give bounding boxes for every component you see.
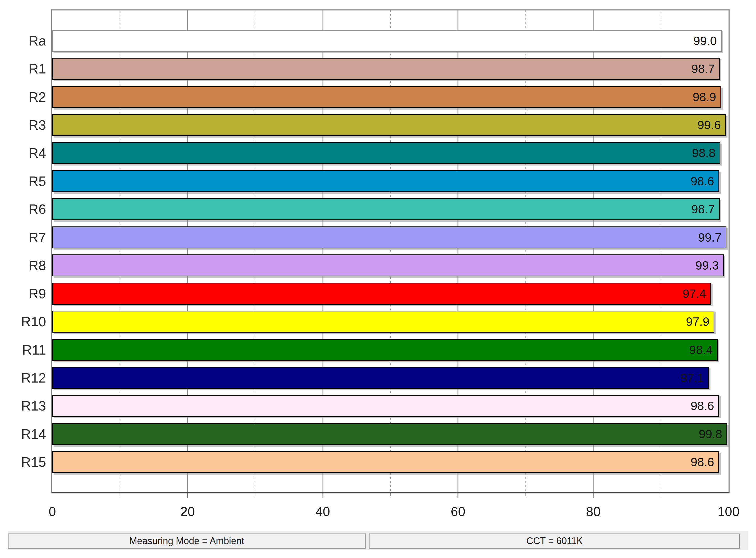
bar-R2: 98.9 [52, 86, 721, 108]
bar-row: 98.6 [52, 167, 729, 195]
y-axis-label: R11 [0, 336, 46, 364]
bar-row: 98.4 [52, 336, 729, 364]
bar-row: 99.8 [52, 420, 729, 448]
x-tick-major [593, 493, 594, 498]
bar-R14: 99.8 [52, 423, 727, 445]
bar-row: 98.7 [52, 195, 729, 223]
x-tick-label: 80 [586, 504, 601, 519]
cri-bar-chart-screen: { "chart_data": { "type": "bar", "orient… [0, 0, 756, 558]
bar-row: 97.4 [52, 280, 729, 307]
bar-value-label: 98.6 [690, 399, 714, 413]
bar-value-label: 99.7 [698, 230, 722, 245]
bar-R7: 99.7 [52, 226, 727, 248]
bar-R9: 97.4 [52, 283, 711, 305]
x-tick-label: 100 [717, 504, 739, 519]
y-axis-label: Ra [0, 27, 46, 55]
y-axis-label: R5 [0, 167, 46, 195]
bar-value-label: 99.0 [693, 34, 717, 48]
y-axis-label: R14 [0, 420, 46, 448]
bar-value-label: 98.7 [691, 202, 715, 216]
bar-R5: 98.6 [52, 170, 719, 192]
bar-rows: 99.098.798.999.698.898.698.799.799.397.4… [52, 10, 729, 492]
bar-R3: 99.6 [52, 114, 726, 136]
bar-value-label: 98.9 [693, 90, 716, 104]
x-tick-label: 60 [451, 504, 466, 519]
bar-R11: 98.4 [52, 339, 718, 361]
bar-value-label: 98.4 [689, 343, 713, 357]
x-tick-label: 0 [49, 504, 56, 519]
status-panel-cct: CCT = 6011K [369, 533, 740, 549]
y-axis-label: R13 [0, 392, 46, 420]
bar-row: 98.6 [52, 392, 729, 420]
bar-R6: 98.7 [52, 198, 720, 220]
x-tick-minor [390, 493, 391, 496]
x-tick-major [458, 493, 459, 498]
x-tick-major [187, 493, 188, 498]
bar-R4: 98.8 [52, 142, 721, 164]
x-tick-label: 20 [180, 504, 195, 519]
bar-row: 98.9 [52, 83, 729, 111]
bar-value-label: 98.7 [691, 62, 715, 76]
x-tick-minor [255, 493, 255, 496]
bar-value-label: 98.8 [692, 146, 715, 160]
bar-row: 99.7 [52, 223, 729, 251]
bar-row: 98.6 [52, 448, 729, 476]
bar-value-label: 98.6 [690, 174, 714, 188]
bar-value-label: 99.8 [699, 427, 722, 441]
status-bar: Measuring Mode = Ambient CCT = 6011K [8, 531, 749, 550]
y-axis-label: R8 [0, 252, 46, 280]
x-tick-label: 40 [316, 504, 330, 519]
y-axis-label: R12 [0, 364, 46, 392]
x-axis-labels: 020406080100 [52, 498, 729, 524]
x-tick-major [322, 493, 323, 498]
bar-value-label: 99.6 [698, 118, 721, 132]
bar-R10: 97.9 [52, 311, 714, 333]
y-axis-label: R10 [0, 307, 46, 335]
bar-R13: 98.6 [52, 395, 719, 417]
bar-row: 98.7 [52, 55, 729, 83]
bar-row: 99.3 [52, 252, 729, 280]
bar-R15: 98.6 [52, 451, 719, 473]
y-axis-label: R2 [0, 83, 46, 111]
bar-Ra: 99.0 [52, 30, 722, 52]
y-axis-label: R7 [0, 223, 46, 251]
x-tick-minor [120, 493, 120, 496]
bar-value-label: 97.1 [681, 371, 704, 385]
bar-R12: 97.1 [52, 367, 709, 389]
bar-row: 99.6 [52, 111, 729, 139]
bar-row: 97.9 [52, 307, 729, 335]
y-axis-label: R4 [0, 139, 46, 167]
bar-row: 98.8 [52, 139, 729, 167]
bar-R1: 98.7 [52, 58, 720, 80]
bar-value-label: 97.9 [686, 314, 709, 329]
x-tick-minor [661, 493, 661, 496]
x-tick-minor [526, 493, 526, 496]
bar-row: 97.1 [52, 364, 729, 392]
bar-value-label: 98.6 [690, 455, 714, 469]
status-panel-measuring-mode: Measuring Mode = Ambient [8, 533, 366, 549]
y-axis-label: R1 [0, 55, 46, 83]
y-axis-label: R6 [0, 195, 46, 223]
plot-area: 99.098.798.999.698.898.698.799.799.397.4… [51, 9, 730, 493]
y-axis-labels: RaR1R2R3R4R5R6R7R8R9R10R11R12R13R14R15 [0, 10, 46, 492]
bar-value-label: 99.3 [695, 258, 719, 273]
y-axis-label: R15 [0, 448, 46, 476]
bar-value-label: 97.4 [682, 286, 706, 301]
y-axis-label: R9 [0, 280, 46, 307]
y-axis-label: R3 [0, 111, 46, 139]
bar-R8: 99.3 [52, 254, 724, 276]
bar-row: 99.0 [52, 27, 729, 55]
